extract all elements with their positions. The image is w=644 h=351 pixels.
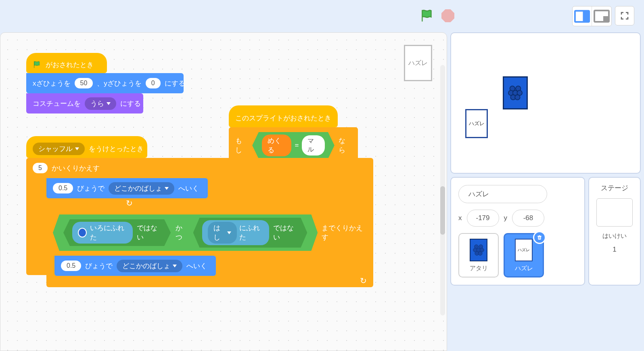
t: びょうで xyxy=(85,261,113,271)
thumb-label: ハズレ xyxy=(408,59,428,67)
goto-xy-block[interactable]: xざひょうを 50 、yざひょうを 0 にする xyxy=(26,73,184,93)
hat-flag-clicked[interactable]: がおされたとき xyxy=(26,53,107,73)
sprite-info-box: ハズレ x -179 y -68 アタリ xyxy=(450,177,585,286)
chevron-down-icon xyxy=(165,187,169,190)
t: びょうで xyxy=(77,184,105,193)
green-flag-button[interactable] xyxy=(420,8,435,23)
fullscreen-button[interactable] xyxy=(615,6,634,25)
sprite-name-input[interactable]: ハズレ xyxy=(458,185,547,203)
t: なら xyxy=(339,136,351,155)
repeat-until-block[interactable]: いろにふれた ではない かつ はし にふれた ではない xyxy=(46,210,373,287)
touching-color-reporter[interactable]: いろにふれた xyxy=(72,222,133,244)
sprite-card-hazure[interactable]: ハズレ ハズレ xyxy=(504,233,544,277)
touching-dropdown[interactable]: はし xyxy=(208,222,237,244)
right-panel: ハズレ ハズレ x -179 y -68 アタ xyxy=(450,32,644,351)
delete-sprite-button[interactable] xyxy=(533,231,546,244)
y-input[interactable]: -68 xyxy=(512,210,544,227)
stage-title: ステージ xyxy=(601,183,628,193)
t: xざひょうを xyxy=(33,79,71,88)
t: ではない xyxy=(273,223,298,242)
sprite-thumb xyxy=(470,239,487,261)
sprite-card-atari[interactable]: アタリ xyxy=(458,233,499,277)
eq: = xyxy=(295,141,299,149)
touching-reporter[interactable]: はし にふれた xyxy=(202,220,270,245)
sprite-list: アタリ ハズレ ハズレ xyxy=(458,233,577,277)
workspace[interactable]: ハズレ がおされたとき xざひょうを 50 、yざひょうを 0 にする コスチュ… xyxy=(0,32,447,351)
not-operator[interactable]: はし にふれた ではない xyxy=(193,218,307,248)
color-swatch[interactable] xyxy=(78,228,87,238)
stage-controls xyxy=(420,8,454,23)
switch-costume-block[interactable]: コスチュームを うら にする xyxy=(26,93,143,113)
t: にする xyxy=(120,99,141,108)
hat-label: がおされたとき xyxy=(46,60,94,69)
repeat-block[interactable]: 5 かいくりかえす 0.5 びょうで どこかのばしょ へいく ↻ xyxy=(26,158,373,275)
view-mode-group xyxy=(572,6,612,26)
stage-sprite-atari[interactable] xyxy=(503,76,528,109)
main: ハズレ がおされたとき xざひょうを 50 、yざひょうを 0 にする コスチュ… xyxy=(0,32,644,351)
count-input[interactable]: 5 xyxy=(33,163,48,173)
chevron-down-icon xyxy=(227,231,231,234)
equals-operator[interactable]: めくる = マル xyxy=(252,132,335,159)
grape-icon xyxy=(508,85,523,101)
x-input[interactable]: 50 xyxy=(75,78,93,88)
t: にする xyxy=(165,79,185,88)
target-dropdown[interactable]: どこかのばしょ xyxy=(109,182,174,195)
backdrops-label: はいけい xyxy=(602,232,627,240)
t: をうけとったとき xyxy=(89,144,144,153)
t: かいくりかえす xyxy=(52,164,100,173)
glide-block[interactable]: 0.5 びょうで どこかのばしょ へいく xyxy=(46,178,208,198)
backdrop-count: 1 xyxy=(613,246,616,254)
t: へいく xyxy=(186,261,207,271)
t: コスチュームを xyxy=(33,99,81,108)
stage-sprite-hazure[interactable]: ハズレ xyxy=(465,109,488,138)
and-operator[interactable]: いろにふれた ではない かつ はし にふれた ではない xyxy=(53,214,318,251)
scrollbar-thumb[interactable] xyxy=(440,186,445,235)
t: もし xyxy=(235,136,248,155)
sprite-name: アタリ xyxy=(470,265,488,272)
not-operator[interactable]: いろにふれた ではない xyxy=(63,219,171,246)
glide-block[interactable]: 0.5 びょうで どこかのばしょ へいく xyxy=(54,256,216,276)
secs-input[interactable]: 0.5 xyxy=(53,183,73,193)
loop-arrow-icon: ↻ xyxy=(126,198,133,208)
sprite-name: ハズレ xyxy=(515,265,533,272)
large-stage-button[interactable] xyxy=(592,6,611,26)
svg-point-17 xyxy=(478,251,482,255)
t: へいく xyxy=(178,184,199,193)
stage-thumb[interactable] xyxy=(596,198,633,227)
view-controls xyxy=(572,6,634,26)
loop-arrow-icon: ↻ xyxy=(360,276,367,286)
svg-point-10 xyxy=(515,95,520,100)
flag-icon xyxy=(33,60,42,69)
x-input[interactable]: -179 xyxy=(467,210,499,227)
target-dropdown[interactable]: どこかのばしょ xyxy=(117,260,182,272)
value-input[interactable]: マル xyxy=(302,135,324,156)
hat-label: このスプライトがおされたとき xyxy=(235,113,331,123)
t: までくりかえす xyxy=(322,223,367,242)
chevron-down-icon xyxy=(107,102,111,105)
t: かつ xyxy=(176,223,188,242)
broadcast-dropdown[interactable]: シャッフル xyxy=(33,143,85,155)
secs-input[interactable]: 0.5 xyxy=(61,261,81,271)
small-stage-button[interactable] xyxy=(573,6,592,26)
variable-reporter[interactable]: めくる xyxy=(262,135,291,156)
sprite-info-row: ハズレ x -179 y -68 アタリ xyxy=(450,177,641,286)
y-input[interactable]: 0 xyxy=(146,78,161,88)
scrollbar-v[interactable] xyxy=(440,65,445,315)
topbar xyxy=(0,0,644,32)
chevron-down-icon xyxy=(75,147,79,150)
hat-receive-broadcast[interactable]: シャッフル をうけとったとき xyxy=(26,136,147,158)
y-label: y xyxy=(504,214,508,222)
svg-rect-1 xyxy=(583,11,589,21)
t: 、yざひょうを xyxy=(97,79,142,88)
t: ではない xyxy=(137,223,162,242)
chevron-down-icon xyxy=(173,265,177,267)
costume-dropdown[interactable]: うら xyxy=(85,97,116,110)
workspace-sprite-thumb: ハズレ xyxy=(404,45,432,81)
stage-panel: ステージ はいけい 1 xyxy=(588,177,641,286)
svg-rect-3 xyxy=(603,16,609,22)
sprite-thumb: ハズレ xyxy=(515,239,533,261)
stage[interactable]: ハズレ xyxy=(450,32,641,174)
stop-button[interactable] xyxy=(441,9,454,22)
hat-sprite-clicked[interactable]: このスプライトがおされたとき xyxy=(229,105,338,127)
x-label: x xyxy=(458,214,462,222)
